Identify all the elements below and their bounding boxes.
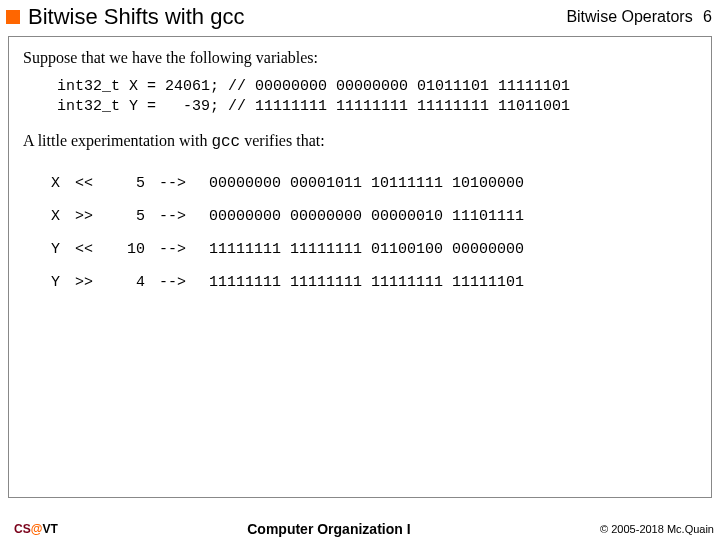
slide-header: Bitwise Shifts with gcc Bitwise Operator… bbox=[0, 0, 720, 36]
cell-var: Y bbox=[51, 266, 75, 299]
cell-n: 5 bbox=[115, 167, 159, 200]
intro-text-1: Suppose that we have the following varia… bbox=[23, 49, 697, 67]
footer-vt: VT bbox=[42, 522, 57, 536]
intro2-code: gcc bbox=[211, 133, 240, 151]
code-block-declarations: int32_t X = 24061; // 00000000 00000000 … bbox=[57, 77, 697, 118]
slide-title: Bitwise Shifts with gcc bbox=[28, 4, 244, 30]
cell-bits: 11111111 11111111 01100100 00000000 bbox=[209, 233, 530, 266]
table-row: Y << 10 --> 11111111 11111111 01100100 0… bbox=[51, 233, 530, 266]
cell-var: X bbox=[51, 200, 75, 233]
footer-cs: CS bbox=[14, 522, 31, 536]
header-right: Bitwise Operators 6 bbox=[566, 8, 712, 26]
table-row: Y >> 4 --> 11111111 11111111 11111111 11… bbox=[51, 266, 530, 299]
code-line-2: int32_t Y = -39; // 11111111 11111111 11… bbox=[57, 98, 570, 115]
table-row: X >> 5 --> 00000000 00000000 00000010 11… bbox=[51, 200, 530, 233]
cell-op: << bbox=[75, 233, 115, 266]
table-row: X << 5 --> 00000000 00001011 10111111 10… bbox=[51, 167, 530, 200]
section-label: Bitwise Operators bbox=[566, 8, 692, 25]
footer-left-logo: CS@VT bbox=[14, 522, 58, 536]
cell-op: >> bbox=[75, 266, 115, 299]
code-line-1: int32_t X = 24061; // 00000000 00000000 … bbox=[57, 78, 570, 95]
cell-n: 4 bbox=[115, 266, 159, 299]
footer-copyright: © 2005-2018 Mc.Quain bbox=[600, 523, 714, 535]
cell-op: << bbox=[75, 167, 115, 200]
intro2-part-b: verifies that: bbox=[240, 132, 324, 149]
shift-results-table: X << 5 --> 00000000 00001011 10111111 10… bbox=[51, 167, 530, 299]
page-number: 6 bbox=[703, 8, 712, 25]
accent-square bbox=[6, 10, 20, 24]
intro-text-2: A little experimentation with gcc verifi… bbox=[23, 132, 697, 151]
cell-bits: 00000000 00000000 00000010 11101111 bbox=[209, 200, 530, 233]
cell-arrow: --> bbox=[159, 167, 209, 200]
cell-arrow: --> bbox=[159, 200, 209, 233]
intro2-part-a: A little experimentation with bbox=[23, 132, 211, 149]
cell-arrow: --> bbox=[159, 266, 209, 299]
cell-var: X bbox=[51, 167, 75, 200]
cell-arrow: --> bbox=[159, 233, 209, 266]
content-box: Suppose that we have the following varia… bbox=[8, 36, 712, 498]
footer-center: Computer Organization I bbox=[247, 521, 410, 537]
slide-footer: CS@VT Computer Organization I © 2005-201… bbox=[0, 521, 720, 537]
cell-n: 5 bbox=[115, 200, 159, 233]
cell-var: Y bbox=[51, 233, 75, 266]
slide: Bitwise Shifts with gcc Bitwise Operator… bbox=[0, 0, 720, 540]
cell-n: 10 bbox=[115, 233, 159, 266]
cell-op: >> bbox=[75, 200, 115, 233]
cell-bits: 00000000 00001011 10111111 10100000 bbox=[209, 167, 530, 200]
header-left: Bitwise Shifts with gcc bbox=[6, 4, 244, 30]
cell-bits: 11111111 11111111 11111111 11111101 bbox=[209, 266, 530, 299]
footer-at: @ bbox=[31, 522, 43, 536]
